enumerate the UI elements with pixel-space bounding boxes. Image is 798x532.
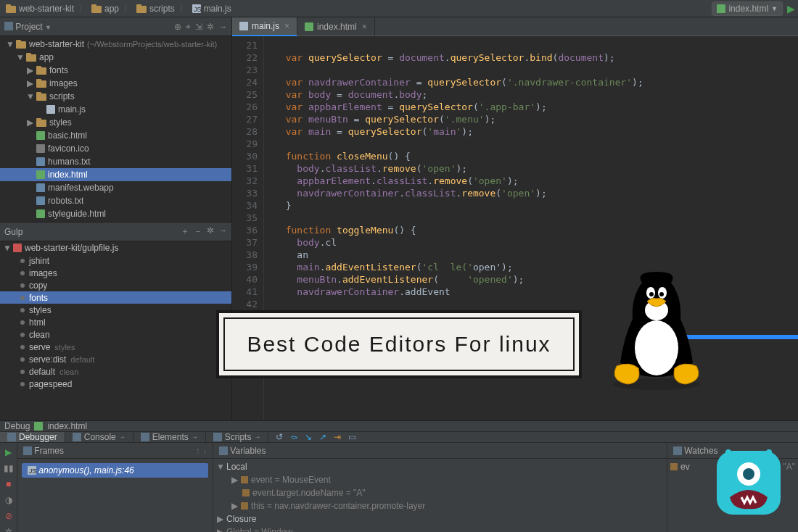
editor-tab[interactable]: main.js× — [232, 17, 297, 36]
project-tree[interactable]: ▼web-starter-kit (~/WebstormProjects/web… — [0, 36, 231, 222]
gulp-task[interactable]: copy — [0, 279, 231, 291]
debug-tab[interactable]: Scripts → — [206, 432, 269, 442]
breadcrumb-item[interactable]: web-starter-kit — [3, 2, 77, 15]
tree-item[interactable]: ▶images — [0, 77, 231, 90]
debug-target: index.html — [47, 421, 87, 431]
tux-penguin-icon — [602, 268, 711, 391]
frame-up-icon[interactable]: ↑ — [196, 446, 200, 456]
evaluate-icon[interactable]: ▭ — [348, 432, 356, 442]
tree-item[interactable]: ▶fonts — [0, 64, 231, 77]
tree-item[interactable]: robots.txt — [0, 194, 231, 207]
gulp-task[interactable]: jshint — [0, 254, 231, 267]
gulp-panel-header: Gulp ＋ － ✲ → — [0, 223, 231, 241]
run-config-select[interactable]: index.html ▼ — [712, 1, 783, 16]
breadcrumb-item[interactable]: app — [89, 2, 122, 15]
svg-rect-31 — [239, 22, 248, 30]
run-button[interactable]: ▶ — [787, 3, 795, 14]
svg-rect-42 — [241, 476, 248, 483]
close-tab-icon[interactable]: × — [284, 21, 289, 31]
mute-breakpoints-icon[interactable]: ⊘ — [5, 511, 12, 521]
svg-rect-23 — [36, 131, 45, 140]
svg-point-52 — [649, 292, 654, 296]
tree-item[interactable]: ▶styles — [0, 116, 231, 129]
variables-tree[interactable]: ▼Local ▶event = MouseEvent event.target.… — [213, 459, 667, 532]
gulp-task[interactable]: fonts — [0, 291, 231, 304]
svg-rect-32 — [305, 22, 313, 31]
svg-text:JS: JS — [28, 467, 36, 475]
svg-rect-35 — [73, 433, 81, 441]
svg-rect-5 — [136, 4, 141, 7]
debug-panel-header: Debug index.html — [0, 421, 798, 432]
gear-icon[interactable]: ✲ — [207, 225, 214, 238]
tree-item[interactable]: favicon.ico — [0, 142, 231, 155]
gear-icon[interactable]: ✲ — [207, 22, 214, 32]
svg-rect-8 — [717, 4, 725, 13]
project-panel-header: Project ▼ ⊕ ⌖ ⇲ ✲ → — [0, 17, 231, 36]
breadcrumb-item[interactable]: JS main.js — [189, 2, 234, 15]
svg-rect-22 — [36, 118, 41, 121]
gulp-root[interactable]: ▼web-starter-kit/gulpfile.js — [0, 241, 231, 254]
debug-tab[interactable]: Debugger — [0, 432, 65, 442]
svg-rect-38 — [23, 446, 32, 455]
step-out-icon[interactable]: ↗ — [319, 432, 326, 442]
svg-rect-1 — [6, 4, 11, 7]
variables-pane: Variables ▼Local ▶event = MouseEvent eve… — [213, 443, 667, 532]
svg-rect-37 — [213, 433, 222, 441]
gulp-task[interactable]: images — [0, 267, 231, 279]
step-over-icon[interactable]: ⤼ — [290, 432, 297, 442]
editor-tabs: main.js×index.html× — [232, 17, 798, 36]
breadcrumb-item[interactable]: scripts — [133, 2, 178, 15]
svg-rect-29 — [36, 209, 45, 218]
tree-item[interactable]: main.js — [0, 103, 231, 116]
chevron-right-icon: 〉 — [179, 2, 188, 14]
svg-rect-3 — [91, 4, 96, 7]
step-restart-icon[interactable]: ↺ — [276, 432, 283, 442]
svg-rect-28 — [36, 196, 45, 205]
svg-rect-26 — [36, 170, 45, 179]
settings-icon[interactable]: ⊕ — [174, 22, 181, 32]
reveal-icon[interactable]: ⌖ — [186, 22, 191, 32]
tree-item[interactable]: ▼web-starter-kit (~/WebstormProjects/web… — [0, 38, 231, 51]
tree-item[interactable]: manifest.webapp — [0, 181, 231, 194]
title-overlay-text: Best Code Editors For linux — [223, 317, 574, 371]
editor-tab[interactable]: index.html× — [297, 17, 375, 36]
svg-rect-43 — [242, 489, 250, 496]
close-tab-icon[interactable]: × — [362, 22, 367, 32]
svg-rect-13 — [26, 53, 31, 56]
tree-item[interactable]: ▼scripts — [0, 90, 231, 103]
tree-item[interactable]: humans.txt — [0, 155, 231, 168]
resume-button[interactable]: ▶ — [5, 447, 12, 457]
svg-point-48 — [635, 320, 678, 375]
add-icon[interactable]: ＋ — [181, 225, 189, 238]
svg-rect-15 — [36, 66, 41, 69]
gulp-panel-title: Gulp — [4, 227, 22, 237]
tree-item[interactable]: index.html — [0, 168, 231, 181]
svg-rect-34 — [7, 433, 16, 441]
debug-tab[interactable]: Elements → — [133, 432, 206, 442]
pause-button[interactable]: ▮▮ — [4, 463, 14, 473]
stop-button[interactable]: ■ — [6, 479, 11, 489]
run-to-cursor-icon[interactable]: ⇥ — [334, 432, 341, 442]
debug-tabs: DebuggerConsole →Elements →Scripts → ↺ ⤼… — [0, 432, 798, 443]
svg-rect-25 — [36, 157, 45, 166]
svg-rect-9 — [4, 22, 13, 30]
debug-panel-title: Debug — [4, 421, 30, 431]
svg-rect-45 — [673, 446, 682, 455]
minus-icon[interactable]: － — [194, 225, 202, 238]
tree-item[interactable]: styleguide.html — [0, 207, 231, 220]
chevron-down-icon[interactable]: ▼ — [45, 24, 52, 31]
hide-panel-icon[interactable]: → — [218, 22, 227, 32]
tree-item[interactable]: ▼app — [0, 51, 231, 64]
collapse-icon[interactable]: ⇲ — [195, 22, 202, 32]
debug-tab[interactable]: Console → — [65, 432, 133, 442]
hide-panel-icon[interactable]: → — [218, 225, 227, 238]
settings-icon[interactable]: ✲ — [5, 527, 12, 532]
frame-down-icon[interactable]: ↓ — [202, 446, 207, 456]
svg-rect-41 — [219, 446, 228, 455]
svg-rect-20 — [46, 105, 55, 114]
stack-frame[interactable]: JS anonymous(), main.js:46 — [22, 463, 208, 478]
variables-title: Variables — [230, 446, 266, 456]
step-into-icon[interactable]: ↘ — [305, 432, 312, 442]
view-breakpoints-icon[interactable]: ◑ — [5, 495, 12, 505]
tree-item[interactable]: basic.html — [0, 129, 231, 142]
